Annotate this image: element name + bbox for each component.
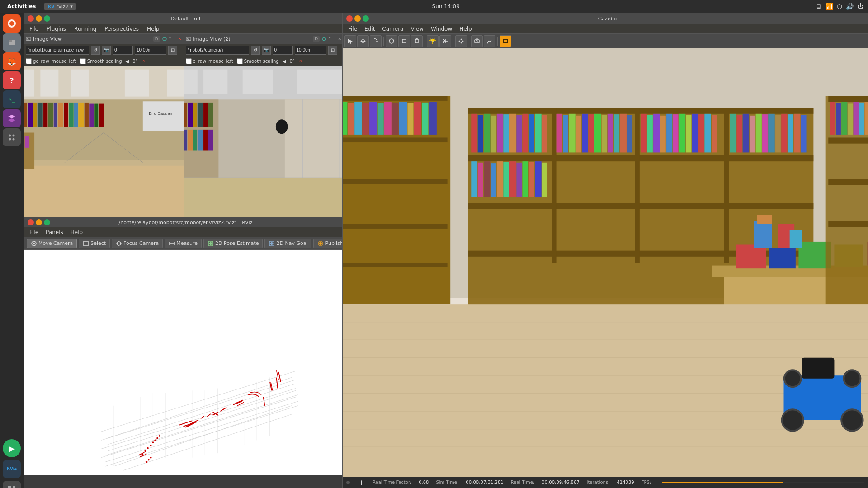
image-view-2-snapshot-btn[interactable]: 📷 — [262, 46, 271, 55]
rays-icon — [442, 38, 448, 44]
image-view-2-mouse-checkbox[interactable]: e_raw_mouse_left — [186, 58, 233, 64]
image-view-1-help-btn[interactable]: ? — [169, 37, 171, 41]
gazebo-tool-plot[interactable] — [484, 35, 495, 47]
image-view-2-close-btn[interactable]: ✕ — [338, 37, 341, 41]
svg-rect-333 — [848, 103, 853, 134]
layers-dock-icon[interactable] — [3, 109, 21, 127]
focus-camera-button[interactable]: Focus Camera — [112, 239, 163, 248]
gazebo-menu-file[interactable]: File — [344, 25, 361, 33]
svg-rect-252 — [635, 108, 640, 263]
gazebo-menu-window[interactable]: Window — [427, 25, 456, 33]
activities-button[interactable]: Activities — [5, 2, 38, 10]
grid-dock-icon[interactable] — [3, 481, 21, 488]
pose-estimate-button[interactable]: 2D Pose Estimate — [203, 239, 263, 248]
image-view-2-controls: ↺ 📷 ⊡ — [184, 44, 344, 56]
image-view-1-mouse-input[interactable] — [26, 58, 32, 64]
gazebo-menu-help[interactable]: Help — [456, 25, 475, 33]
image-view-1-value-input[interactable] — [113, 46, 133, 55]
image-view-2-smooth-checkbox[interactable]: Smooth scaling — [237, 58, 279, 64]
image-view-2-mouse-input[interactable] — [186, 58, 192, 64]
svg-rect-233 — [399, 102, 407, 135]
svg-rect-329 — [828, 221, 868, 227]
svg-rect-266 — [557, 114, 562, 153]
gazebo-viewport[interactable] — [343, 48, 868, 477]
measure-button[interactable]: Measure — [165, 239, 202, 248]
image-view-2-prev-arrow[interactable]: ◀ — [283, 59, 286, 64]
image-view-2-topic-input[interactable] — [186, 46, 249, 55]
image-view-1-topic-input[interactable] — [26, 46, 89, 55]
image-view-1-mouse-label: ge_raw_mouse_left — [33, 59, 76, 64]
rqt-max-button[interactable]: □ — [44, 15, 50, 22]
image-view-1-smooth-checkbox[interactable]: Smooth scaling — [80, 58, 122, 64]
image-view-2-dock-btn[interactable]: D — [313, 36, 320, 42]
rqt-menu-help[interactable]: Help — [143, 25, 163, 33]
gazebo-min-button[interactable]: − — [354, 15, 361, 22]
gazebo-tool-cylinder[interactable] — [411, 35, 423, 47]
rqt-menu-running[interactable]: Running — [71, 25, 100, 33]
image-view-1-smooth-input[interactable] — [80, 58, 86, 64]
rviz2-menu-panels[interactable]: Panels — [42, 228, 67, 236]
image-view-1-next-arrow[interactable]: ↺ — [142, 59, 145, 64]
select-button[interactable]: Select — [79, 239, 110, 248]
rqt-menu-file[interactable]: File — [26, 25, 42, 33]
gazebo-tool-cube[interactable] — [398, 35, 410, 47]
rqt-menu-perspectives[interactable]: Perspectives — [101, 25, 142, 33]
gazebo-tool-select[interactable] — [344, 35, 356, 47]
files-dock-icon[interactable] — [3, 33, 21, 52]
image-view-2-fit-btn[interactable]: ⊡ — [328, 46, 337, 55]
gazebo-tool-drag[interactable] — [455, 35, 467, 47]
gazebo-tool-rotate[interactable] — [370, 35, 382, 47]
nav-goal-button[interactable]: 2D Nav Goal — [264, 239, 311, 248]
pause-button[interactable]: ⏸ — [359, 479, 365, 486]
ubuntu-dock-icon[interactable] — [3, 14, 21, 33]
svg-point-163 — [148, 459, 150, 461]
image-view-1-fit-btn[interactable]: ⊡ — [168, 46, 177, 55]
image-view-2-next-arrow[interactable]: ↺ — [298, 59, 302, 64]
rviz2-menu-help[interactable]: Help — [67, 228, 86, 236]
browser-dock-icon[interactable]: 🦊 — [3, 52, 21, 70]
rviz2-close-button[interactable]: × — [28, 219, 34, 225]
image-view-1-zoom-input[interactable] — [135, 46, 166, 55]
gazebo-tool-sphere[interactable] — [386, 35, 397, 47]
rviz2-max-button[interactable]: □ — [44, 219, 50, 225]
gazebo-menu-edit[interactable]: Edit — [361, 25, 378, 33]
gazebo-close-button[interactable]: × — [346, 15, 353, 22]
gazebo-max-button[interactable]: □ — [363, 15, 369, 22]
rqt-close-button[interactable]: × — [28, 15, 34, 22]
rviz-dock-icon[interactable]: RViz — [3, 460, 21, 478]
rviz2-min-button[interactable]: − — [36, 219, 42, 225]
image-view-1-snapshot-btn[interactable]: 📷 — [102, 46, 111, 55]
image-view-2-smooth-input[interactable] — [237, 58, 243, 64]
image-view-1-prev-arrow[interactable]: ◀ — [126, 59, 129, 64]
play-dock-icon[interactable]: ▶ — [3, 439, 21, 457]
rviz2-toolbar: Move Camera Select Focus Camera Measure … — [24, 237, 343, 250]
gazebo-tool-translate[interactable] — [357, 35, 369, 47]
image-view-1-refresh-btn[interactable]: ↺ — [91, 46, 100, 55]
image-view-2-minus-btn[interactable]: − — [333, 37, 336, 41]
gazebo-menu-view[interactable]: View — [407, 25, 427, 33]
image-view-2-value-input[interactable] — [273, 46, 293, 55]
image-view-2-help-btn[interactable]: ? — [329, 37, 331, 41]
svg-rect-307 — [503, 162, 509, 197]
image-view-1-close-btn[interactable]: ✕ — [178, 37, 182, 41]
apps-dock-icon[interactable] — [3, 128, 21, 146]
image-view-2-zoom-input[interactable] — [295, 46, 326, 55]
pose-estimate-label: 2D Pose Estimate — [215, 240, 259, 246]
move-camera-button[interactable]: Move Camera — [27, 239, 77, 248]
image-view-1-mouse-checkbox[interactable]: ge_raw_mouse_left — [26, 58, 76, 64]
terminal-dock-icon[interactable]: $_ — [3, 90, 21, 108]
rqt-menu-plugins[interactable]: Plugins — [43, 25, 70, 33]
rviz2-viewport[interactable]: ◀ — [24, 250, 343, 475]
image-view-1-minus-btn[interactable]: − — [173, 37, 176, 41]
rviz2-menu-file[interactable]: File — [26, 228, 42, 236]
help-dock-icon[interactable]: ? — [3, 71, 21, 89]
gazebo-tool-light[interactable] — [427, 35, 439, 47]
svg-rect-292 — [743, 114, 749, 153]
gazebo-menu-camera[interactable]: Camera — [378, 25, 407, 33]
gazebo-tool-camera[interactable] — [471, 35, 483, 47]
gazebo-tool-highlight[interactable] — [500, 35, 511, 47]
image-view-1-dock-btn[interactable]: D — [153, 36, 160, 42]
gazebo-tool-rays[interactable] — [439, 35, 451, 47]
rqt-min-button[interactable]: − — [36, 15, 42, 22]
image-view-2-refresh-btn[interactable]: ↺ — [251, 46, 260, 55]
